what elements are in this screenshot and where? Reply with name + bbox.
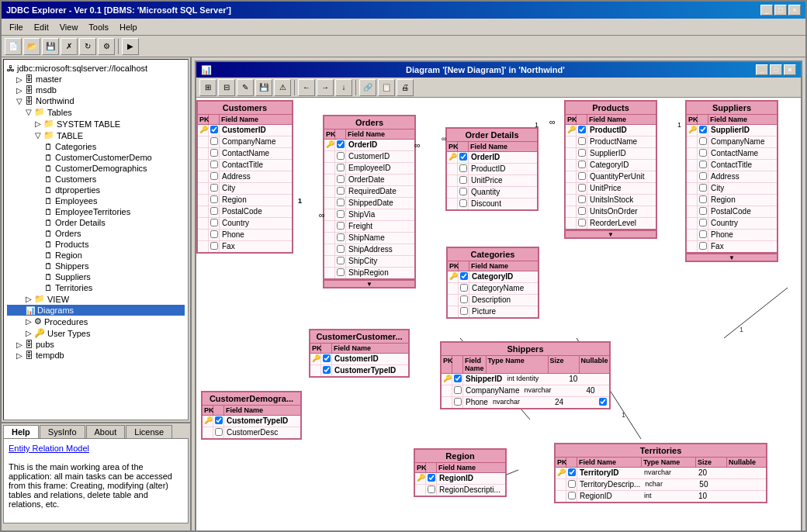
field-check[interactable] (699, 207, 707, 215)
field-check[interactable] (578, 219, 586, 226)
field-check[interactable] (578, 137, 586, 145)
diagram-canvas[interactable]: 1 ∞ ∞ 1 ∞ 1 (196, 98, 801, 532)
field-check[interactable] (578, 161, 586, 168)
diag-btn-4[interactable]: 💾 (255, 79, 272, 96)
field-check[interactable] (568, 480, 576, 488)
field-check[interactable] (578, 149, 586, 157)
diag-btn-7[interactable]: → (317, 79, 334, 96)
tree-table-customerdemographics[interactable]: 🗒 CustomerDemographics (7, 163, 185, 174)
table-products[interactable]: Products PK Field Name 🔑ProductID Produc… (564, 100, 657, 239)
tree-table-territories[interactable]: 🗒 Territories (7, 282, 185, 293)
field-check[interactable] (337, 187, 345, 195)
field-check[interactable] (210, 242, 218, 250)
menu-file[interactable]: File (5, 21, 28, 33)
tree-tables[interactable]: ▽ 📁 Tables (7, 106, 185, 118)
tree-db-northwind[interactable]: ▽ 🗄 Northwind (7, 95, 185, 106)
run-btn[interactable]: ▶ (122, 38, 139, 55)
table-shippers[interactable]: Shippers PK Field Name Type Name Size Nu… (440, 341, 611, 409)
tab-about[interactable]: About (86, 425, 126, 438)
field-check[interactable] (210, 219, 218, 226)
field-check[interactable] (337, 245, 345, 253)
tab-license[interactable]: License (126, 425, 172, 438)
nullable-check[interactable] (599, 398, 607, 406)
tree-db-pubs[interactable]: ▷ 🗄 pubs (7, 339, 185, 350)
tree-table-customercustomerdemo[interactable]: 🗒 CustomerCustomerDemo (7, 152, 185, 163)
new-btn[interactable]: 📄 (5, 38, 22, 55)
field-check[interactable] (323, 354, 331, 362)
field-check[interactable] (337, 175, 345, 183)
table-suppliers[interactable]: Suppliers PK Field Name 🔑SupplierID Comp… (685, 100, 778, 262)
table-orders[interactable]: Orders PK Field Name 🔑OrderID CustomerID… (323, 115, 416, 288)
menu-help[interactable]: Help (115, 21, 142, 33)
table-territories[interactable]: Territories PK Field Name Type Name Size… (554, 443, 767, 503)
field-check[interactable] (337, 199, 345, 206)
maximize-button[interactable]: □ (774, 5, 787, 16)
menu-tools[interactable]: Tools (84, 21, 113, 33)
table-customers[interactable]: Customers PK Field Name 🔑 CustomerID Com… (196, 100, 293, 254)
field-check[interactable] (699, 172, 707, 180)
field-check[interactable] (699, 137, 707, 145)
table-customerdemog[interactable]: CustomerDemogra... PK Field Name 🔑Custom… (201, 391, 302, 440)
field-check[interactable] (699, 126, 707, 133)
field-check[interactable] (428, 474, 435, 482)
field-check[interactable] (454, 375, 462, 382)
field-check[interactable] (337, 257, 345, 264)
field-check[interactable] (215, 416, 223, 424)
diag-btn-9[interactable]: 🔗 (359, 79, 376, 96)
table-order-details[interactable]: Order Details PK Field Name 🔑OrderID Pro… (445, 127, 539, 211)
field-check[interactable] (460, 307, 468, 315)
field-check[interactable] (210, 184, 218, 192)
field-check[interactable] (210, 161, 218, 168)
field-check[interactable] (459, 153, 467, 161)
diag-btn-10[interactable]: 📋 (378, 79, 395, 96)
field-check[interactable] (459, 164, 467, 172)
field-check[interactable] (337, 210, 345, 218)
tab-sysinfo[interactable]: SysInfo (40, 425, 85, 438)
diag-btn-11[interactable]: 🖨 (397, 79, 414, 96)
minimize-button[interactable]: _ (760, 5, 773, 16)
field-check[interactable] (337, 268, 345, 276)
field-check[interactable] (323, 366, 331, 374)
tree-table-products[interactable]: 🗒 Products (7, 239, 185, 250)
tree-table-dtproperties[interactable]: 🗒 dtproperties (7, 185, 185, 195)
field-check[interactable] (337, 140, 345, 148)
field-check[interactable] (215, 428, 223, 436)
field-check[interactable] (210, 137, 218, 145)
tree-table-customers[interactable]: 🗒 Customers (7, 174, 185, 185)
window-controls[interactable]: _ □ × (760, 5, 801, 16)
table-region[interactable]: Region PK Field Name 🔑RegionID RegionDes… (414, 448, 507, 497)
delete-btn[interactable]: ✗ (61, 38, 78, 55)
tree-db-master[interactable]: ▷ 🗄 master (7, 74, 185, 85)
field-check[interactable] (460, 284, 468, 292)
diag-btn-1[interactable]: ⊞ (199, 79, 216, 96)
refresh-btn[interactable]: ↻ (79, 38, 96, 55)
field-check[interactable] (428, 485, 435, 493)
menu-view[interactable]: View (55, 21, 83, 33)
field-check[interactable] (578, 184, 586, 192)
tree-db-tempdb[interactable]: ▷ 🗄 tempdb (7, 350, 185, 361)
diag-btn-5[interactable]: ⚠ (274, 79, 291, 96)
close-button[interactable]: × (788, 5, 801, 16)
diagram-min-btn[interactable]: _ (756, 64, 768, 75)
field-check[interactable] (210, 195, 218, 203)
tree-table-group[interactable]: ▽ 📁 TABLE (7, 130, 185, 141)
tree-view-group[interactable]: ▷ 📁 VIEW (7, 293, 185, 305)
field-check[interactable] (460, 295, 468, 303)
field-check[interactable] (337, 164, 345, 171)
tree-table-categories[interactable]: 🗒 Categories (7, 141, 185, 152)
field-check[interactable] (454, 386, 462, 394)
tree-procedures[interactable]: ▷ ⚙ Procedures (7, 316, 185, 327)
tree-diagrams[interactable]: 📊 Diagrams (7, 305, 185, 316)
info-link[interactable]: Entity Relation Model (9, 444, 183, 453)
diag-btn-6[interactable]: ← (298, 79, 315, 96)
field-check[interactable] (210, 207, 218, 215)
tree-view[interactable]: 🖧 jdbc:microsoft:sqlserver://localhost ▷… (3, 59, 189, 420)
diagram-max-btn[interactable]: □ (770, 64, 782, 75)
field-check[interactable] (337, 152, 345, 160)
tree-usertypes[interactable]: ▷ 🔑 User Types (7, 327, 185, 339)
table-ccd[interactable]: CustomerCustomer... PK Field Name 🔑Custo… (309, 329, 410, 378)
tree-table-employeeterritories[interactable]: 🗒 EmployeeTerritories (7, 206, 185, 217)
field-check[interactable] (568, 468, 576, 476)
tree-table-shippers[interactable]: 🗒 Shippers (7, 261, 185, 271)
diag-btn-8[interactable]: ↓ (335, 79, 352, 96)
